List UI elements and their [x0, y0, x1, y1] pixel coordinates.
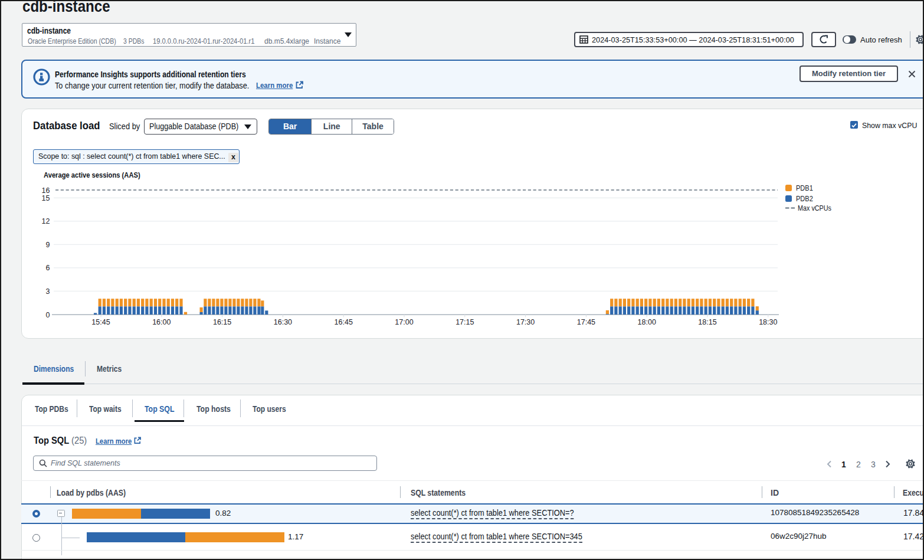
svg-text:3: 3 — [46, 287, 50, 296]
svg-text:18:00: 18:00 — [638, 318, 656, 326]
svg-text:15: 15 — [42, 194, 50, 202]
svg-text:12: 12 — [42, 217, 50, 225]
svg-text:PDB1: PDB1 — [796, 184, 813, 191]
svg-text:16:00: 16:00 — [152, 318, 171, 326]
svg-text:16:45: 16:45 — [335, 318, 353, 326]
svg-text:16:30: 16:30 — [274, 318, 292, 326]
svg-text:17:30: 17:30 — [516, 318, 535, 326]
svg-text:17:00: 17:00 — [395, 318, 413, 326]
svg-text:15:45: 15:45 — [91, 318, 110, 326]
svg-text:18:30: 18:30 — [759, 318, 777, 326]
svg-text:18:15: 18:15 — [698, 318, 716, 326]
svg-text:16: 16 — [42, 186, 50, 195]
svg-text:16:15: 16:15 — [213, 318, 231, 326]
svg-text:PDB2: PDB2 — [796, 195, 813, 202]
svg-text:0: 0 — [46, 311, 50, 319]
svg-text:6: 6 — [46, 264, 50, 272]
svg-text:17:45: 17:45 — [577, 318, 595, 326]
svg-text:17:15: 17:15 — [456, 318, 474, 326]
svg-text:Max vCPUs: Max vCPUs — [798, 204, 831, 212]
svg-text:9: 9 — [46, 241, 50, 249]
